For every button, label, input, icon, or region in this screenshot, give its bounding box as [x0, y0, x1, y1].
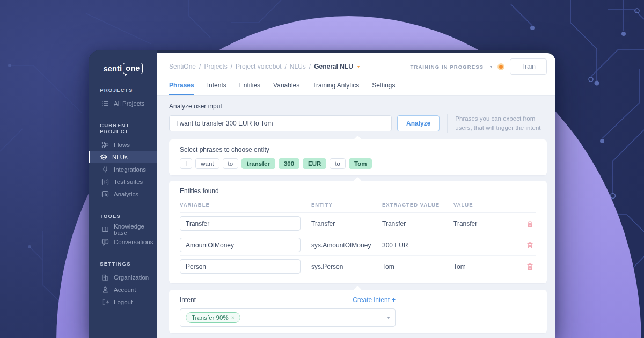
sidebar-item-nlus[interactable]: NLUs — [89, 151, 157, 163]
sidebar-item-integrations[interactable]: Integrations — [89, 163, 157, 175]
logo-senti: senti — [103, 64, 122, 73]
training-status-dot-icon — [497, 63, 504, 70]
extracted-cell: 300 EUR — [382, 241, 453, 249]
entities-table-header: VARIABLE ENTITY EXTRACTED VALUE VALUE — [180, 199, 536, 213]
breadcrumb: SentiOne / Projects / Project voicebot /… — [169, 63, 360, 70]
breadcrumb-current-general-nlu[interactable]: General NLU — [314, 63, 353, 70]
tab-entities[interactable]: Entities — [239, 82, 260, 95]
train-button[interactable]: Train — [510, 58, 547, 75]
sidebar-item-all-projects[interactable]: All Projects — [89, 97, 157, 109]
token-tom-entity[interactable]: Tom — [349, 158, 372, 169]
sidebar-section-projects: PROJECTS — [89, 87, 157, 93]
book-icon — [101, 226, 109, 233]
variable-input[interactable] — [180, 259, 301, 274]
training-status-label[interactable]: TRAINING IN PROGRESS — [411, 64, 484, 70]
sentione-logo: senti one — [89, 63, 157, 74]
breadcrumb-projects[interactable]: Projects — [204, 63, 227, 70]
delete-row-trash-icon[interactable] — [526, 220, 533, 227]
sidebar: senti one PROJECTS All Projects CURRENT … — [89, 50, 157, 338]
entities-table: VARIABLE ENTITY EXTRACTED VALUE VALUE Tr… — [180, 199, 536, 277]
tab-settings[interactable]: Settings — [372, 82, 395, 95]
delete-row-trash-icon[interactable] — [526, 263, 533, 270]
sidebar-item-flows[interactable]: Flows — [89, 138, 157, 151]
sidebar-item-account[interactable]: Account — [89, 283, 157, 296]
plus-icon: + — [392, 296, 396, 304]
select-phrases-label: Select phrases to choose entity — [180, 146, 536, 153]
table-row: Transfer Transfer Transfer — [180, 213, 536, 234]
training-status-caret-icon[interactable]: ▾ — [490, 64, 492, 69]
remove-intent-icon[interactable]: × — [231, 314, 235, 321]
app-window: senti one PROJECTS All Projects CURRENT … — [89, 50, 555, 338]
entities-found-card: Entities found VARIABLE ENTITY EXTRACTED… — [169, 181, 547, 283]
analyze-label: Analyze user input — [169, 102, 547, 110]
sidebar-section-tools: TOOLS — [89, 213, 157, 219]
nlu-dropdown-caret-icon[interactable]: ▾ — [357, 64, 360, 69]
token-list: I want to transfer 300 EUR to Tom — [180, 158, 536, 169]
sidebar-item-organization[interactable]: Organization — [89, 271, 157, 283]
organization-icon — [101, 274, 109, 281]
intent-label: Intent — [180, 296, 196, 304]
body-area: Analyze user input Analyze Phrases you c… — [157, 96, 555, 338]
intent-select[interactable]: Transfer 90% × ▾ — [180, 308, 396, 327]
sidebar-item-conversations[interactable]: Conversations — [89, 236, 157, 248]
analyze-input[interactable] — [169, 115, 392, 131]
intent-card: Intent Create intent+ Transfer 90% × ▾ — [169, 290, 547, 333]
test-suites-icon — [101, 178, 109, 186]
value-cell: Transfer — [453, 220, 526, 227]
tab-training-anlytics[interactable]: Training Anlytics — [312, 82, 359, 95]
entities-title: Entities found — [180, 187, 536, 195]
analyze-hint: Phrases you can expect from users, that … — [455, 114, 547, 133]
content-header: SentiOne / Projects / Project voicebot /… — [157, 53, 555, 96]
token-to-2[interactable]: to — [330, 158, 346, 169]
plug-icon — [101, 166, 109, 173]
breadcrumb-nlus[interactable]: NLUs — [290, 63, 306, 70]
person-icon — [101, 286, 109, 293]
extracted-cell: Tom — [382, 263, 453, 270]
chat-icon — [101, 238, 109, 246]
value-cell: Tom — [453, 263, 526, 270]
tab-phrases[interactable]: Phrases — [169, 82, 194, 95]
logo-one-bubble: one — [123, 63, 142, 74]
token-to[interactable]: to — [223, 158, 239, 169]
flows-icon — [101, 141, 109, 149]
sidebar-item-test-suites[interactable]: Test suites — [89, 175, 157, 188]
table-row: sys.AmountOfMoney 300 EUR — [180, 234, 536, 256]
analytics-icon — [101, 190, 109, 198]
nlu-cap-icon — [100, 153, 107, 161]
select-caret-icon: ▾ — [387, 315, 390, 320]
select-phrases-card: Select phrases to choose entity I want t… — [169, 139, 547, 175]
delete-row-trash-icon[interactable] — [526, 241, 533, 249]
table-row: sys.Person Tom Tom — [180, 256, 536, 277]
tab-variables[interactable]: Variables — [273, 82, 299, 95]
main-content: SentiOne / Projects / Project voicebot /… — [157, 53, 555, 338]
sidebar-item-analytics[interactable]: Analytics — [89, 188, 157, 200]
entity-cell: sys.AmountOfMoney — [311, 241, 382, 249]
logout-icon — [101, 298, 109, 306]
token-eur-entity[interactable]: EUR — [303, 158, 326, 169]
token-want[interactable]: want — [195, 158, 219, 169]
extracted-cell: Transfer — [382, 220, 453, 227]
analyze-button[interactable]: Analyze — [397, 115, 440, 131]
vertical-divider — [447, 114, 448, 133]
entity-cell: Transfer — [311, 220, 382, 227]
tab-intents[interactable]: Intents — [207, 82, 226, 95]
sidebar-section-settings: SETTINGS — [89, 261, 157, 267]
token-300-entity[interactable]: 300 — [279, 158, 299, 169]
token-i[interactable]: I — [180, 158, 192, 169]
variable-input[interactable] — [180, 216, 301, 231]
analyze-section: Analyze user input Analyze Phrases you c… — [157, 96, 555, 139]
intent-pill-transfer[interactable]: Transfer 90% × — [186, 312, 240, 323]
sidebar-item-logout[interactable]: Logout — [89, 296, 157, 308]
create-intent-link[interactable]: Create intent+ — [353, 296, 396, 304]
tab-bar: Phrases Intents Entities Variables Train… — [169, 82, 547, 95]
entity-cell: sys.Person — [311, 263, 382, 270]
breadcrumb-sentione[interactable]: SentiOne — [169, 63, 196, 70]
list-icon — [101, 100, 109, 107]
variable-input[interactable] — [180, 238, 301, 252]
token-transfer-entity[interactable]: transfer — [241, 158, 275, 169]
sidebar-section-current-project: CURRENT PROJECT — [89, 122, 157, 134]
breadcrumb-project-voicebot[interactable]: Project voicebot — [236, 63, 281, 70]
sidebar-item-knowledge-base[interactable]: Knowledge base — [89, 223, 157, 236]
